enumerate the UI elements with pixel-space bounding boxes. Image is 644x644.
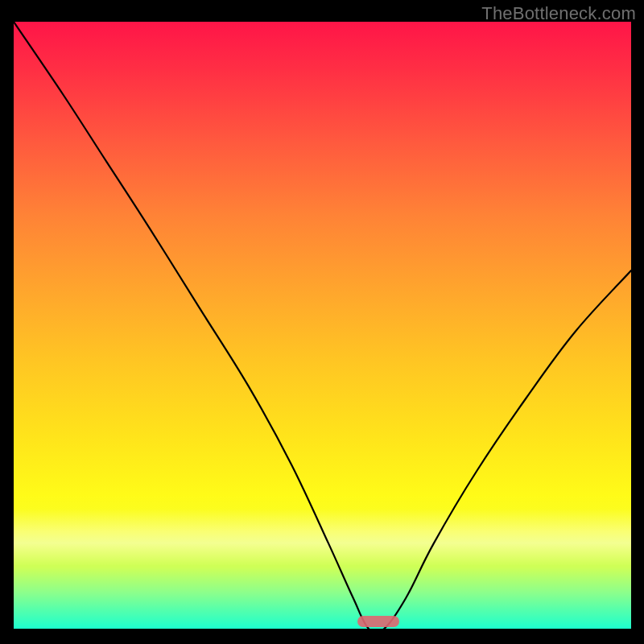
- chart-frame: TheBottleneck.com: [0, 0, 644, 644]
- bottleneck-curve: [14, 22, 631, 629]
- plot-area: [14, 22, 631, 629]
- optimal-marker: [357, 616, 399, 627]
